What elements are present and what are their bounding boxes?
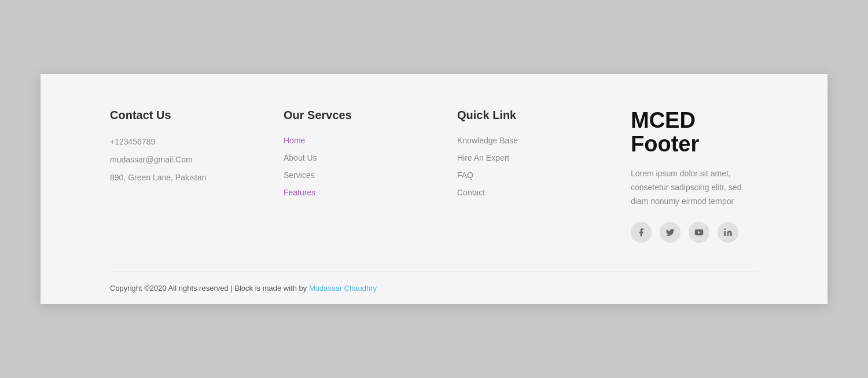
brand-col: MCED Footer Lorem ipsum dolor sit amet, … [631,109,758,243]
quick-link-contact[interactable]: Contact [457,188,584,197]
quick-link-knowledge[interactable]: Knowledge Base [457,136,584,145]
copyright-text: Copyright ©2020 All rights reserved | Bl… [110,284,309,292]
author-link[interactable]: Mudassar Chaudhry [309,284,377,292]
contact-address: 890, Green Lane, Pakistan [110,172,237,184]
brand-title: MCED Footer [631,109,758,157]
linkedin-icon[interactable] [718,222,738,243]
services-heading: Our Servces [284,109,411,122]
facebook-icon[interactable] [631,222,652,243]
contact-phone: +123456789 [110,136,237,148]
quick-link-faq[interactable]: FAQ [457,171,584,180]
quick-link-expert[interactable]: Hire An Expert [457,153,584,162]
twitter-icon[interactable] [660,222,681,243]
svg-rect-1 [724,231,726,236]
contact-email: mudassar@gmail.Com [110,154,237,166]
services-link-services[interactable]: Services [284,171,411,180]
quick-link-heading: Quick Link [457,109,584,122]
footer-card: Contact Us +123456789 mudassar@gmail.Com… [41,74,827,305]
services-col: Our Servces Home About Us Services Featu… [284,109,411,243]
services-link-home[interactable]: Home [284,136,411,145]
quick-link-col: Quick Link Knowledge Base Hire An Expert… [457,109,584,243]
services-link-features[interactable]: Features [284,188,411,197]
footer-bottom: Copyright ©2020 All rights reserved | Bl… [110,272,758,304]
contact-heading: Contact Us [110,109,237,122]
social-icons-row [631,222,758,243]
brand-description: Lorem ipsum dolor sit amet, consetetur s… [631,167,758,208]
footer-main: Contact Us +123456789 mudassar@gmail.Com… [110,109,758,272]
svg-point-2 [724,229,726,231]
contact-col: Contact Us +123456789 mudassar@gmail.Com… [110,109,237,243]
youtube-icon[interactable] [689,222,709,243]
services-link-about[interactable]: About Us [284,153,411,162]
